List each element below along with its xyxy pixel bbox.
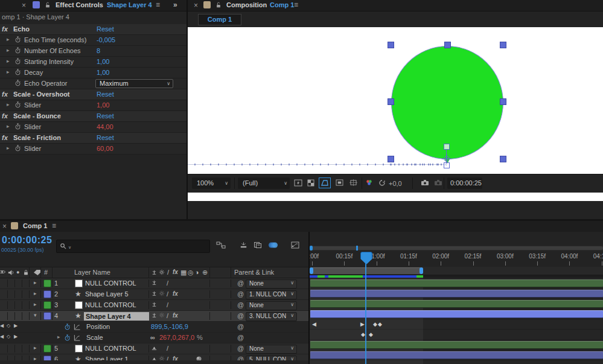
parent-pickwhip-icon[interactable]: @ <box>237 301 244 308</box>
lock-icon[interactable] <box>45 2 51 8</box>
stopwatch-icon[interactable] <box>14 58 21 65</box>
resolution-select[interactable]: (Full) ∨ <box>238 177 290 189</box>
layer-label-chip[interactable] <box>43 279 51 287</box>
video-eye-icon[interactable] <box>0 269 6 275</box>
show-snapshot-icon[interactable] <box>434 179 442 186</box>
region-of-interest-icon[interactable] <box>336 179 343 186</box>
expander-icon[interactable]: ▸ <box>7 123 10 129</box>
expander-icon[interactable]: ▸ <box>34 279 37 286</box>
work-area-start-handle[interactable] <box>310 267 313 274</box>
selection-handle-bottom-left[interactable] <box>388 156 394 162</box>
timeline-tab-label[interactable]: Comp 1 <box>23 222 47 229</box>
keyframe-diamond[interactable]: ◆ <box>361 332 365 337</box>
layer-name[interactable]: Shape Layer 5 <box>85 290 129 298</box>
track-area[interactable]: ◀▶◆◆◆◆ <box>310 278 603 364</box>
property-value[interactable]: 8 <box>97 47 100 54</box>
pin-switch-icon[interactable] <box>151 290 158 297</box>
panel-menu-icon[interactable]: ≡ <box>52 222 56 230</box>
layer-name-selected[interactable]: Shape Layer 4 <box>84 312 149 321</box>
guides-grid-icon[interactable] <box>349 179 357 186</box>
selection-handle-mid-right[interactable] <box>500 98 506 105</box>
keyframe-diamond[interactable]: ◆ <box>378 322 382 327</box>
property-row[interactable]: ◀◇▶Position899,5,-106,9@ <box>0 322 308 333</box>
previous-keyframe-icon[interactable]: ◀ <box>0 334 4 339</box>
panel-menu-icon[interactable]: ≡ <box>156 1 160 9</box>
layer-label-chip[interactable] <box>43 290 51 298</box>
audio-speaker-icon[interactable] <box>7 269 14 276</box>
selection-handle-top-left[interactable] <box>388 42 394 48</box>
expander-icon[interactable]: ▸ <box>7 58 10 64</box>
lock-icon[interactable] <box>215 2 222 8</box>
add-keyframe-icon[interactable]: ◇ <box>7 323 10 328</box>
property-value[interactable]: 1,00 <box>97 101 109 109</box>
effect-row[interactable]: fxScale - BounceReset <box>0 111 187 122</box>
fast-preview-icon[interactable] <box>294 179 302 187</box>
expander-icon[interactable]: ▸ <box>7 47 10 53</box>
close-icon[interactable]: × <box>194 1 198 10</box>
effect-row[interactable]: ▸Number Of Echoes8 <box>0 46 187 57</box>
motion-blur-icon[interactable]: ◎ <box>188 269 194 276</box>
layer-name[interactable]: NULL CONTROL <box>85 279 136 287</box>
fx-switch-icon[interactable]: fx <box>173 312 178 319</box>
selection-handle-top-right[interactable] <box>500 42 506 48</box>
property-value[interactable]: 267,0,267,0 <box>159 334 194 341</box>
panel-overflow-icon[interactable]: » <box>173 1 177 9</box>
work-area-bar[interactable] <box>310 267 423 274</box>
quality-icon[interactable]: / <box>167 269 169 276</box>
effect-row[interactable]: fxScale - FrictionReset <box>0 133 187 144</box>
stopwatch-icon[interactable] <box>64 334 71 341</box>
slash-switch-icon[interactable]: / <box>167 301 168 308</box>
collapse-transformations-icon[interactable] <box>159 269 165 275</box>
layer-label-chip[interactable] <box>43 301 51 309</box>
layer-duration-bar[interactable] <box>310 351 603 359</box>
column-layer-name[interactable]: Layer Name <box>74 269 110 276</box>
transparency-grid-icon[interactable] <box>307 179 314 187</box>
layer-row[interactable]: ▾4★Shape Layer 4/fx@3. NULL CON∨ <box>0 311 308 322</box>
effect-row[interactable]: fxEchoReset <box>0 24 187 35</box>
parent-select[interactable]: None∨ <box>246 279 297 289</box>
comp-mini-flowchart-icon[interactable] <box>216 241 226 249</box>
shy-icon[interactable] <box>151 269 158 276</box>
mask-visibility-icon[interactable] <box>321 179 329 187</box>
pin-switch-icon[interactable] <box>151 279 158 286</box>
graph-icon[interactable] <box>74 334 80 341</box>
draft-3d-icon[interactable] <box>239 241 248 249</box>
stopwatch-icon[interactable] <box>14 36 21 43</box>
exposure-reset-icon[interactable] <box>378 179 386 187</box>
stopwatch-icon[interactable] <box>14 123 21 130</box>
layer-duration-bar[interactable] <box>310 279 603 287</box>
effect-row[interactable]: ▸Slider44,00 <box>0 122 187 133</box>
anchor-handle-top[interactable] <box>444 144 450 150</box>
zoom-select[interactable]: 100% ∨ <box>192 177 231 189</box>
expander-icon[interactable]: ▸ <box>34 290 37 296</box>
property-value[interactable]: 899,5,-106,9 <box>151 323 188 330</box>
selection-handle-mid-left[interactable] <box>388 98 394 105</box>
snapshot-camera-icon[interactable] <box>421 179 429 186</box>
tab-comp-1[interactable]: Comp 1 <box>198 14 241 25</box>
expander-icon[interactable]: ▸ <box>7 36 10 42</box>
layer-row[interactable]: ▸2★Shape Layer 5/fx@1. NULL CON∨ <box>0 289 308 300</box>
column-parent-link[interactable]: Parent & Link <box>234 269 274 276</box>
keyframe-next[interactable]: ▶ <box>360 322 365 327</box>
current-timecode[interactable]: 0:00:00:25 <box>2 235 52 246</box>
parent-select[interactable]: 3. NULL CON∨ <box>246 312 297 321</box>
playhead-line[interactable] <box>365 263 366 364</box>
frame-blending-master-icon[interactable] <box>254 241 262 249</box>
layer-row[interactable]: ▸1NULL CONTROL/@None∨ <box>0 278 308 289</box>
property-value[interactable]: 60,00 <box>97 145 113 152</box>
layer-name[interactable]: NULL CONTROL <box>85 301 136 308</box>
motion-blur-master-icon[interactable] <box>268 241 278 249</box>
slash-switch-icon[interactable]: / <box>167 345 168 352</box>
layer-name[interactable]: NULL CONTROL <box>85 345 136 352</box>
next-keyframe-icon[interactable]: ▶ <box>14 334 18 339</box>
parent-select[interactable]: 1. NULL CON∨ <box>246 290 297 299</box>
adjustment-layer-icon[interactable]: ◑ <box>195 269 199 276</box>
exposure-value[interactable]: +0,0 <box>389 180 402 187</box>
stopwatch-icon[interactable] <box>64 324 71 330</box>
effect-row[interactable]: Echo OperatorMaximum∨ <box>0 78 187 89</box>
property-value[interactable]: 1,00 <box>97 69 109 76</box>
layer-duration-bar[interactable] <box>310 310 603 318</box>
selection-handle-top-center[interactable] <box>444 42 451 48</box>
expander-icon[interactable]: ▸ <box>7 69 10 75</box>
expander-icon[interactable]: ▾ <box>34 312 37 318</box>
